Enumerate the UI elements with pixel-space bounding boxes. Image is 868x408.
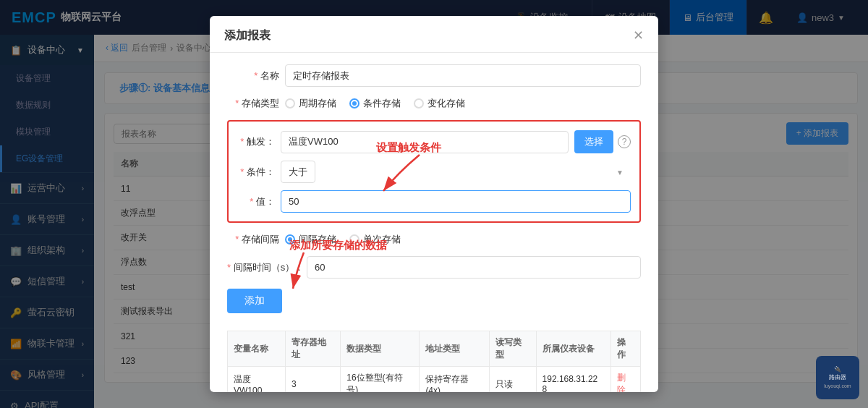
col-rw-type: 读写类型 [490, 331, 536, 367]
col-var-name: 变量名称 [228, 331, 286, 367]
add-report-dialog: 添加报表 ✕ 名称 存储类型 [210, 35, 658, 392]
value-input[interactable] [281, 190, 631, 213]
radio-interval-circle [285, 234, 295, 245]
trigger-input[interactable] [281, 131, 569, 153]
layout: 📋 设备中心 ▼ 设备管理 数据规则 模块管理 EG设备管理 📊 运营中心 › … [0, 35, 868, 408]
interval-input[interactable] [307, 256, 641, 279]
radio-change-circle [414, 98, 424, 109]
col-data-type: 数据类型 [341, 331, 420, 367]
select-button[interactable]: 选择 [574, 130, 613, 153]
trigger-label: 触发： [237, 135, 281, 148]
name-label: 名称 [227, 69, 285, 82]
addr-type: 保持寄存器(4x) [420, 367, 490, 393]
router-icon: 🔌路由器luyouqi.com [816, 356, 859, 399]
interval-field [307, 256, 641, 279]
add-button-row: 添加 [227, 289, 641, 322]
storage-interval-field: 间隔存储 单次存储 [285, 233, 641, 246]
data-type: 16位整型(有符号) [341, 367, 420, 393]
radio-single-circle [349, 234, 359, 245]
dialog-header: 添加报表 ✕ [210, 35, 658, 53]
router-text: 🔌路由器luyouqi.com [824, 365, 851, 390]
radio-interval-label: 间隔存储 [299, 233, 336, 246]
dialog-sub-table: 变量名称 寄存器地址 数据类型 地址类型 读写类型 所属仪表设备 操作 [227, 331, 641, 392]
radio-periodic[interactable]: 周期存储 [285, 97, 336, 110]
dialog-body: 名称 存储类型 周期存储 [210, 53, 658, 392]
modal-overlay[interactable]: 添加报表 ✕ 名称 存储类型 [94, 35, 868, 408]
value-label: 值： [237, 195, 281, 208]
add-data-button[interactable]: 添加 [227, 289, 282, 313]
radio-periodic-label: 周期存储 [299, 97, 336, 110]
radio-interval[interactable]: 间隔存储 [285, 233, 336, 246]
value-field-row: 值： [237, 190, 631, 213]
radio-conditional-label: 条件存储 [363, 97, 401, 110]
col-addr-type: 地址类型 [420, 331, 490, 367]
condition-field-row: 条件： 大于 小于 等于 [237, 161, 631, 183]
device: 192.168.31.22 8 [536, 367, 611, 393]
condition-label: 条件： [237, 166, 281, 179]
condition-select[interactable]: 大于 小于 等于 [281, 161, 315, 183]
storage-type-label: 存储类型 [227, 97, 285, 110]
dialog-title: 添加报表 [224, 35, 271, 43]
condition-select-wrapper: 大于 小于 等于 [281, 161, 631, 183]
radio-change[interactable]: 变化存储 [414, 97, 465, 110]
table-row: 温度VW100 3 16位整型(有符号) 保持寄存器(4x) 只读 192.16… [228, 367, 641, 393]
trigger-field-row: 触发： 选择 ? [237, 130, 631, 153]
col-op: 操作 [611, 331, 641, 367]
delete-link[interactable]: 删除 [617, 373, 626, 392]
reg-addr: 3 [285, 367, 340, 393]
interval-time-row: 间隔时间（s）： [227, 256, 641, 279]
close-button[interactable]: ✕ [633, 35, 644, 43]
radio-change-label: 变化存储 [427, 97, 465, 110]
storage-interval-row: 存储间隔 间隔存储 单次存储 [227, 233, 641, 246]
var-name: 温度VW100 [228, 367, 286, 393]
radio-single-label: 单次存储 [363, 233, 401, 246]
name-field [285, 64, 641, 87]
radio-periodic-circle [285, 98, 295, 109]
col-device: 所属仪表设备 [536, 331, 611, 367]
storage-interval-label: 存储间隔 [227, 233, 285, 246]
action-cell: 删除 [611, 367, 641, 393]
radio-single[interactable]: 单次存储 [349, 233, 401, 246]
radio-conditional[interactable]: 条件存储 [349, 97, 401, 110]
storage-type-field: 周期存储 条件存储 变化存储 [285, 97, 641, 110]
main-content: ‹ 返回 后台管理 › 设备中心 › EG设备管理 步骤①: 设备基本信息 ——… [94, 35, 868, 408]
col-reg-addr: 寄存器地址 [285, 331, 340, 367]
storage-type-row: 存储类型 周期存储 条件存储 [227, 97, 641, 110]
radio-conditional-circle [349, 98, 359, 109]
help-icon[interactable]: ? [618, 135, 631, 148]
name-row: 名称 [227, 64, 641, 87]
interval-label: 间隔时间（s）： [227, 261, 307, 274]
trigger-box: 触发： 选择 ? 条件： 大于 小于 [227, 120, 641, 223]
rw-type: 只读 [490, 367, 536, 393]
name-input[interactable] [285, 64, 641, 87]
